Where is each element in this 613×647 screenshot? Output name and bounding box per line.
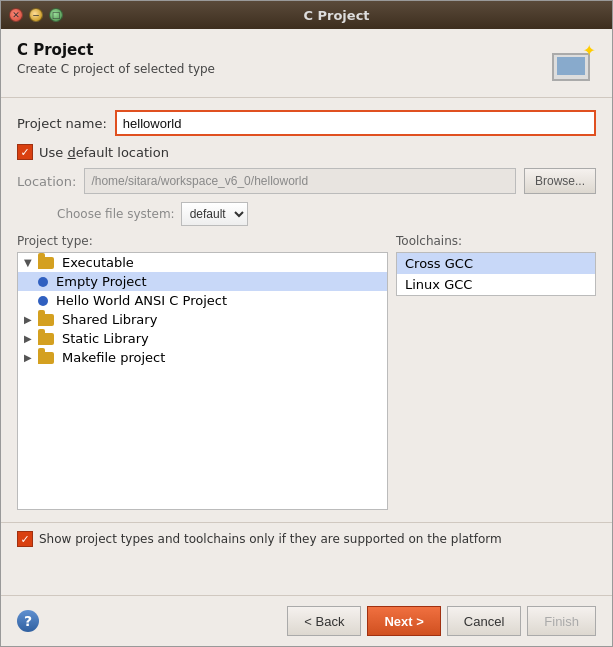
project-type-tree[interactable]: ▼ Executable Empty Project Hello World A… <box>17 252 388 510</box>
platform-filter-label: Show project types and toolchains only i… <box>39 532 502 546</box>
chevron-right-icon: ▶ <box>24 352 34 363</box>
header-text: C Project Create C project of selected t… <box>17 41 215 76</box>
toolchain-item-linux-gcc[interactable]: Linux GCC <box>397 274 595 295</box>
type-toolchain-area: Project type: ▼ Executable Empty Project <box>17 234 596 510</box>
tree-item-executable[interactable]: ▼ Executable <box>18 253 387 272</box>
chevron-down-icon: ▼ <box>24 257 34 268</box>
minimize-button[interactable]: − <box>29 8 43 22</box>
browse-button[interactable]: Browse... <box>524 168 596 194</box>
chevron-right-icon: ▶ <box>24 333 34 344</box>
platform-filter-checkbox[interactable]: ✓ <box>17 531 33 547</box>
use-default-checkbox[interactable]: ✓ <box>17 144 33 160</box>
bullet-icon <box>38 277 48 287</box>
tree-item-label: Hello World ANSI C Project <box>56 293 227 308</box>
tree-item-label: Executable <box>62 255 134 270</box>
tree-item-label: Shared Library <box>62 312 157 327</box>
maximize-button[interactable]: □ <box>49 8 63 22</box>
footer: ? < Back Next > Cancel Finish <box>1 595 612 646</box>
dialog-subtitle: Create C project of selected type <box>17 62 215 76</box>
toolchains-column: Toolchains: Cross GCC Linux GCC <box>396 234 596 510</box>
folder-icon <box>38 257 54 269</box>
bullet-icon <box>38 296 48 306</box>
titlebar: ✕ − □ C Project <box>1 1 612 29</box>
toolchains-label: Toolchains: <box>396 234 596 248</box>
toolchain-label: Cross GCC <box>405 256 473 271</box>
tree-item-empty-project[interactable]: Empty Project <box>18 272 387 291</box>
location-input <box>84 168 516 194</box>
tree-item-makefile[interactable]: ▶ Makefile project <box>18 348 387 367</box>
use-default-label: Use default location <box>39 145 169 160</box>
content-area: Project name: ✓ Use default location Loc… <box>1 98 612 522</box>
filesystem-select[interactable]: default <box>181 202 248 226</box>
window: ✕ − □ C Project C Project Create C proje… <box>0 0 613 647</box>
location-label: Location: <box>17 174 76 189</box>
window-title: C Project <box>69 8 604 23</box>
tree-item-label: Makefile project <box>62 350 165 365</box>
help-button[interactable]: ? <box>17 610 39 632</box>
footer-buttons: < Back Next > Cancel Finish <box>287 606 596 636</box>
location-row: Location: Browse... <box>17 168 596 194</box>
project-type-label: Project type: <box>17 234 388 248</box>
toolchain-item-cross-gcc[interactable]: Cross GCC <box>397 253 595 274</box>
choose-fs-label: Choose file system: <box>57 207 175 221</box>
filesystem-row: Choose file system: default <box>17 202 596 226</box>
close-button[interactable]: ✕ <box>9 8 23 22</box>
folder-icon <box>38 314 54 326</box>
project-name-row: Project name: <box>17 110 596 136</box>
sparkle-icon: ✦ <box>583 41 596 60</box>
toolchains-list[interactable]: Cross GCC Linux GCC <box>396 252 596 296</box>
folder-icon <box>38 333 54 345</box>
dialog-icon: ✦ <box>548 41 596 89</box>
tree-item-hello-world[interactable]: Hello World ANSI C Project <box>18 291 387 310</box>
tree-item-label: Empty Project <box>56 274 147 289</box>
use-default-row: ✓ Use default location <box>17 144 596 160</box>
back-button[interactable]: < Back <box>287 606 361 636</box>
cancel-button[interactable]: Cancel <box>447 606 521 636</box>
spacer <box>1 555 612 595</box>
header-section: C Project Create C project of selected t… <box>1 29 612 98</box>
tree-item-static-library[interactable]: ▶ Static Library <box>18 329 387 348</box>
tree-item-label: Static Library <box>62 331 149 346</box>
dialog-title: C Project <box>17 41 215 59</box>
folder-icon <box>38 352 54 364</box>
chevron-right-icon: ▶ <box>24 314 34 325</box>
next-button[interactable]: Next > <box>367 606 440 636</box>
tree-item-shared-library[interactable]: ▶ Shared Library <box>18 310 387 329</box>
finish-button[interactable]: Finish <box>527 606 596 636</box>
project-name-input[interactable] <box>115 110 596 136</box>
toolchain-label: Linux GCC <box>405 277 472 292</box>
project-type-column: Project type: ▼ Executable Empty Project <box>17 234 388 510</box>
project-name-label: Project name: <box>17 116 107 131</box>
bottom-checkbox-row: ✓ Show project types and toolchains only… <box>1 522 612 555</box>
